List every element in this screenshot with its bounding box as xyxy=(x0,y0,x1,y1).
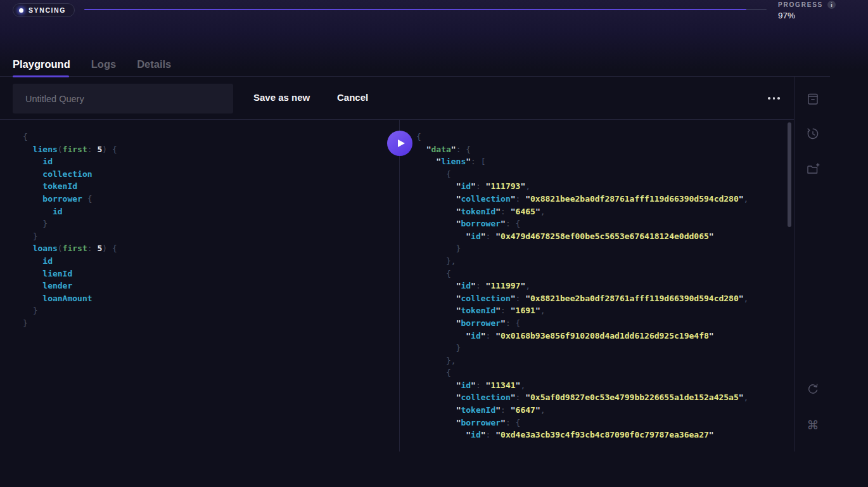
info-icon[interactable]: i xyxy=(827,1,836,9)
tab-logs[interactable]: Logs xyxy=(91,58,116,78)
sync-status-dot-icon xyxy=(19,8,23,13)
progress-indicator: PROGRESS i 97% xyxy=(778,1,836,20)
refresh-schema-icon[interactable] xyxy=(806,382,820,396)
query-editor[interactable]: { liens(first: 5) { id collection tokenI… xyxy=(0,120,399,451)
progress-label: PROGRESS xyxy=(778,1,823,8)
response-viewer: { "data": { "liens": [ { "id": "111793",… xyxy=(400,120,787,451)
sync-progress-fill xyxy=(84,9,746,10)
sidebar-divider xyxy=(794,76,795,451)
history-icon[interactable] xyxy=(806,127,820,141)
tab-details[interactable]: Details xyxy=(137,58,171,78)
keyboard-shortcuts-icon[interactable]: ⌘ xyxy=(806,418,820,432)
progress-value: 97% xyxy=(778,11,836,20)
cancel-button[interactable]: Cancel xyxy=(337,92,368,103)
save-as-new-button[interactable]: Save as new xyxy=(253,92,310,103)
more-options-icon[interactable] xyxy=(768,97,780,100)
folder-plus-icon[interactable] xyxy=(806,162,820,176)
execute-query-button[interactable] xyxy=(387,131,412,156)
response-scrollbar[interactable] xyxy=(788,122,791,227)
query-name-input[interactable] xyxy=(13,84,233,114)
play-icon xyxy=(398,140,405,147)
active-tab-underline xyxy=(13,75,69,77)
sync-progress-bar xyxy=(84,9,767,10)
docs-icon[interactable] xyxy=(806,92,820,106)
sync-status-badge: SYNCING xyxy=(13,3,75,17)
sync-status-label: SYNCING xyxy=(29,6,66,14)
